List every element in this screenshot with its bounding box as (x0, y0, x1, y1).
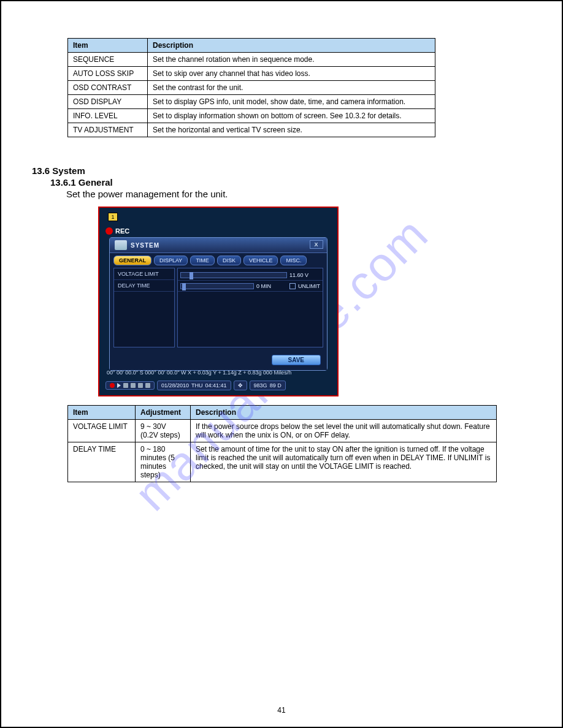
cell-adj: 9 ~ 30V (0.2V steps) (136, 420, 191, 442)
page-number: 41 (277, 706, 285, 715)
status-datetime: 01/28/2010 THU 04:41:41 (157, 381, 231, 390)
table-row: TV ADJUSTMENT Set the horizontal and ver… (68, 123, 435, 137)
cell-item: OSD CONTRAST (68, 81, 148, 95)
gps-info-line: 00° 00' 00.0'' S 000° 00' 00.0'' W X + 0… (107, 370, 330, 376)
table1-header-item: Item (68, 39, 148, 53)
table-row: INFO. LEVEL Set to display information s… (68, 109, 435, 123)
cell-item: VOLTAGE LIMIT (68, 420, 136, 442)
system-icon (115, 240, 127, 250)
delay-value: 0 MIN (256, 283, 287, 289)
rec-indicator: REC (105, 227, 129, 235)
tab-bar: GENERAL DISPLAY TIME DISK VEHICLE MISC. (110, 253, 327, 265)
cell-desc: Set to display GPS info, unit model, sho… (148, 95, 435, 109)
unlimit-label: UNLIMIT (298, 283, 320, 289)
status-day: THU (191, 382, 203, 389)
voltage-limit-slider[interactable] (180, 272, 287, 278)
table-row: SEQUENCE Set the channel rotation when i… (68, 53, 435, 67)
status-icons (105, 381, 155, 390)
settings-label-column: VOLTAGE LIMIT DELAY TIME (113, 268, 175, 347)
status-disk: 983G 89 D (250, 381, 286, 390)
section-title: 13.6 System (32, 165, 531, 176)
table2-header-adj: Adjustment (136, 406, 191, 420)
camera-badge: 1 (108, 213, 118, 221)
cell-item: OSD DISPLAY (68, 95, 148, 109)
disk-days: 89 D (270, 382, 282, 389)
general-settings-table: Item Adjustment Description VOLTAGE LIMI… (67, 405, 497, 482)
table-row: VOLTAGE LIMIT 9 ~ 30V (0.2V steps) If th… (68, 420, 497, 442)
tab-display[interactable]: DISPLAY (154, 256, 188, 265)
tab-general[interactable]: GENERAL (113, 256, 151, 265)
tab-vehicle[interactable]: VEHICLE (243, 256, 278, 265)
system-window: SYSTEM X GENERAL DISPLAY TIME DISK VEHIC… (109, 237, 327, 371)
table1-header-desc: Description (148, 39, 435, 53)
cell-desc: Set the horizontal and vertical TV scree… (148, 123, 435, 137)
slider-thumb[interactable] (182, 283, 186, 290)
voltage-value: 11.60 V (289, 272, 320, 278)
status-time: 04:41:41 (205, 382, 227, 389)
window-title: SYSTEM (131, 242, 159, 249)
settings-value-column: 11.60 V 0 MIN UNLIMIT (177, 268, 323, 347)
status-arrows: ✥ (234, 381, 247, 390)
cell-desc: If the power source drops below the set … (191, 420, 497, 442)
save-button[interactable]: SAVE (272, 355, 321, 365)
table-row: DELAY TIME 0 ~ 180 minutes (5 minutes st… (68, 442, 497, 482)
network-icon (145, 383, 150, 388)
close-button[interactable]: X (310, 240, 323, 249)
tab-misc[interactable]: MISC. (280, 256, 307, 265)
slider-thumb[interactable] (190, 272, 193, 279)
subsection-desc: Set the power management for the unit. (66, 189, 531, 199)
cell-adj: 0 ~ 180 minutes (5 minutes steps) (136, 442, 191, 482)
status-bar: 01/28/2010 THU 04:41:41 ✥ 983G 89 D (105, 379, 331, 392)
disk-size: 983G (254, 382, 267, 389)
unlimit-checkbox[interactable] (289, 283, 296, 289)
play-icon (117, 383, 121, 388)
table-row: AUTO LOSS SKIP Set to skip over any chan… (68, 67, 435, 81)
record-icon (110, 383, 115, 388)
rec-label: REC (115, 227, 129, 235)
cell-desc: Set to skip over any channel that has vi… (148, 67, 435, 81)
cell-item: AUTO LOSS SKIP (68, 67, 148, 81)
cell-desc: Set the amount of time for the unit to s… (191, 442, 497, 482)
setting-label: DELAY TIME (114, 280, 174, 292)
cell-desc: Set the contrast for the unit. (148, 81, 435, 95)
tab-time[interactable]: TIME (190, 256, 215, 265)
cell-item: INFO. LEVEL (68, 109, 148, 123)
delay-time-slider[interactable] (180, 283, 254, 289)
tab-disk[interactable]: DISK (217, 256, 241, 265)
setting-label: VOLTAGE LIMIT (114, 268, 174, 280)
status-icon (131, 383, 136, 388)
cell-desc: Set the channel rotation when in sequenc… (148, 53, 435, 67)
cell-item: DELAY TIME (68, 442, 136, 482)
cell-item: TV ADJUSTMENT (68, 123, 148, 137)
system-screenshot: 1 REC SYSTEM X GENERAL DISPLAY TIME DISK… (98, 207, 339, 396)
table-row: OSD DISPLAY Set to display GPS info, uni… (68, 95, 435, 109)
user-icon (138, 383, 143, 388)
status-icon (123, 383, 128, 388)
display-settings-table: Item Description SEQUENCE Set the channe… (67, 38, 435, 137)
arrows-icon: ✥ (238, 382, 243, 389)
table2-header-item: Item (68, 406, 136, 420)
status-date: 01/28/2010 (161, 382, 189, 389)
subsection-title: 13.6.1 General (50, 177, 531, 188)
table-row: OSD CONTRAST Set the contrast for the un… (68, 81, 435, 95)
window-titlebar: SYSTEM X (110, 238, 327, 253)
cell-desc: Set to display information shown on bott… (148, 109, 435, 123)
table2-header-desc: Description (191, 406, 497, 420)
cell-item: SEQUENCE (68, 53, 148, 67)
setting-row-voltage: 11.60 V (178, 270, 323, 281)
setting-row-delay: 0 MIN UNLIMIT (178, 281, 323, 292)
